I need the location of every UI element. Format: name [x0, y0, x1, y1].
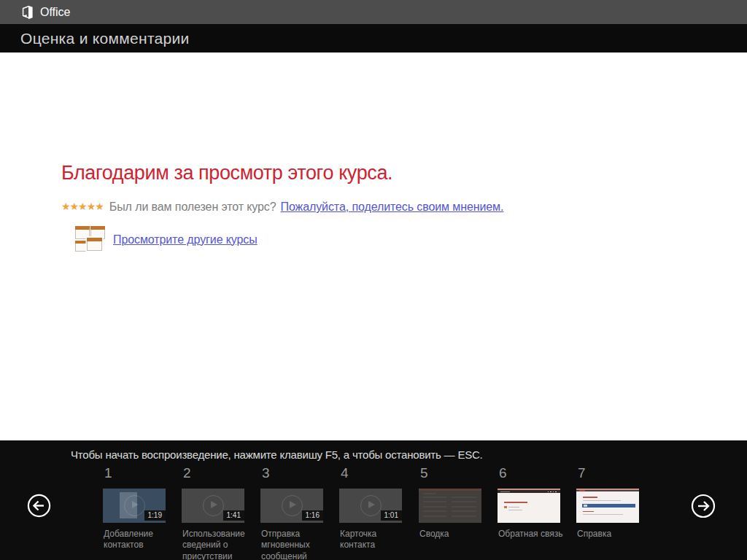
office-brand: Office: [20, 5, 71, 20]
duration-badge: 1:19: [144, 510, 166, 521]
thumb-text-lines: [583, 511, 594, 513]
thumb-text-lines: [583, 500, 621, 501]
star-rating-icon: ★★★★★: [61, 201, 104, 212]
slide-content: Благодарим за просмотр этого курса. ★★★★…: [0, 52, 747, 440]
slide-label: Сводка: [419, 529, 489, 540]
play-icon: [124, 495, 145, 516]
filmstrip-panel: Чтобы начать воспроизведение, нажмите кл…: [0, 440, 747, 560]
next-slide-button[interactable]: [691, 494, 716, 518]
slide-number: 3: [262, 465, 270, 481]
thumb-header-bar: [576, 490, 639, 491]
duration-badge: 1:01: [381, 510, 402, 521]
slide-number: 1: [104, 465, 112, 481]
slide-number: 5: [420, 465, 428, 481]
thumb-text-lines: [504, 506, 507, 508]
thumb-text-lines: [508, 510, 522, 510]
previous-slide-button[interactable]: [27, 494, 51, 518]
thank-you-heading: Благодарим за просмотр этого курса.: [61, 162, 392, 184]
video-thumbnail[interactable]: 1:41: [182, 489, 244, 523]
slide-label: Обратная связь: [498, 529, 568, 540]
play-icon: [282, 495, 303, 516]
thumb-header-strip: [419, 489, 481, 491]
slide-label: Отправка мгновенных сообщений: [261, 529, 331, 560]
thumb-text-lines: [423, 493, 436, 494]
help-thumbnail[interactable]: [576, 489, 639, 523]
thumb-progress-bar: [582, 504, 635, 508]
slide-label: Использование сведений о присутствии: [182, 529, 252, 560]
slide-label: Карточка контакта: [340, 529, 410, 551]
other-courses-row: Просмотрите другие курсы: [74, 225, 258, 254]
play-icon: [203, 495, 224, 516]
thumb-text-lines: [504, 502, 527, 503]
slide-number: 4: [341, 465, 349, 481]
slide-number: 2: [183, 465, 191, 481]
courses-windows-icon: [74, 225, 106, 254]
thumb-text-lines: [508, 507, 519, 508]
feedback-thumbnail[interactable]: [498, 489, 560, 523]
slide-label: Добавление контактов: [104, 529, 174, 551]
thumb-text-lines: [583, 497, 597, 498]
slide-number: 6: [499, 465, 507, 481]
playback-instruction: Чтобы начать воспроизведение, нажмите кл…: [71, 448, 483, 461]
thumb-text-lines: [583, 514, 623, 515]
course-section-title-bar: Оценка и комментарии: [0, 24, 747, 52]
app-title-bar: Office: [0, 0, 747, 24]
view-other-courses-link[interactable]: Просмотрите другие курсы: [113, 233, 258, 246]
summary-thumbnail[interactable]: [419, 489, 481, 523]
rating-row: ★★★★★ Был ли вам полезен этот курс? Пожа…: [61, 201, 503, 214]
thumb-toolbar-marks: [548, 491, 558, 493]
duration-badge: 1:16: [302, 510, 323, 521]
thumb-menu-marks: [579, 490, 585, 491]
thumb-text-lines: [452, 497, 476, 519]
share-opinion-link[interactable]: Пожалуйста, поделитесь своим мнением.: [281, 201, 504, 214]
play-icon: [360, 495, 382, 516]
video-thumbnail[interactable]: 1:01: [339, 489, 402, 523]
duration-badge: 1:41: [223, 510, 244, 521]
rating-question: Был ли вам полезен этот курс?: [109, 201, 276, 214]
slide-number: 7: [578, 465, 586, 481]
office-logo-icon: [20, 5, 34, 20]
slide-label: Справка: [577, 529, 647, 540]
office-brand-label: Office: [40, 6, 71, 19]
page-title: Оценка и комментарии: [20, 30, 190, 47]
thumb-menu-marks: [500, 491, 510, 493]
video-thumbnail[interactable]: 1:16: [260, 489, 323, 523]
video-thumbnail[interactable]: 1:19: [103, 489, 166, 523]
thumb-text-lines: [423, 497, 446, 519]
